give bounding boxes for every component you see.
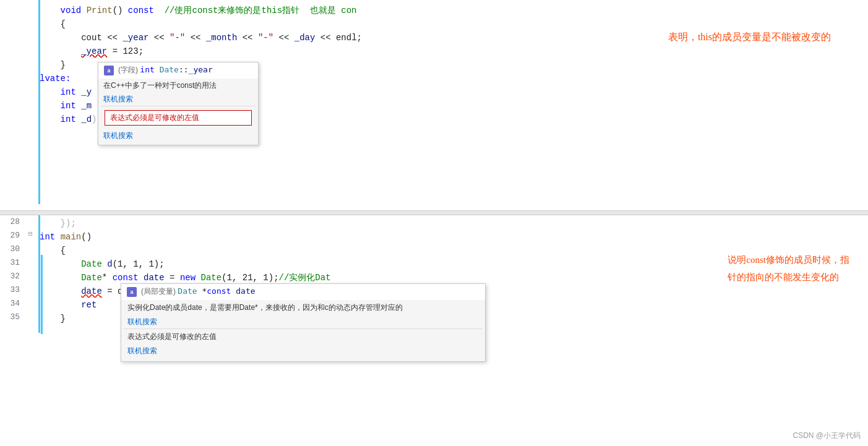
tooltip-item-field[interactable]: a (字段) int Date::_year [98, 62, 258, 79]
autocomplete-tooltip-top[interactable]: a (字段) int Date::_year 在C++中多了一种对于const的… [98, 62, 259, 145]
line-number-32: 32 [0, 271, 25, 281]
local-var-icon: a [126, 286, 137, 298]
online-search-link1[interactable]: 联机搜索 [103, 95, 133, 103]
field-icon: a [103, 65, 114, 76]
top-right-annotation: 表明，this的成员变量是不能被改变的 [668, 31, 831, 44]
tooltip-description1: 在C++中多了一种对于const的用法 [98, 79, 258, 93]
online-search-link2[interactable]: 联机搜索 [103, 131, 133, 140]
line-number [0, 72, 25, 72]
tooltip-error-wrapper: 表达式必须是可修改的左值 [98, 106, 258, 129]
code-line-29: 29 ⊟ int main() [0, 230, 868, 244]
line-content: { [37, 17, 868, 31]
line-number-34: 34 [0, 298, 25, 308]
tooltip-item-text: (字段) int Date::_year [118, 65, 253, 75]
line-number [0, 31, 25, 32]
bottom-right-annotation: 说明const修饰的成员时候，指 针的指向的不能发生变化的 [728, 251, 849, 286]
line-number-29: 29 [0, 230, 25, 240]
autocomplete-tooltip-bottom[interactable]: a (局部变量) Date *const date 实例化Date的成员date… [121, 283, 486, 362]
line-number-33: 33 [0, 285, 25, 294]
line-number-28: 28 [0, 217, 25, 226]
online-search-link-bottom1[interactable]: 联机搜索 [127, 317, 157, 326]
line-number [0, 113, 25, 113]
tooltip-bottom-error-text: 表达式必须是可修改的左值 [121, 329, 485, 345]
annotation-line1: 说明const修饰的成员时候，指 [728, 251, 849, 268]
line-content: void Print() const //使用const来修饰的是this指针 … [37, 4, 868, 17]
line-number-30: 30 [0, 244, 25, 254]
line-content-28: }); [37, 217, 868, 230]
code-line-28: 28 }); [0, 217, 868, 230]
line-number [0, 58, 25, 59]
line-number-31: 31 [0, 257, 25, 267]
line-number-35: 35 [0, 312, 25, 322]
tooltip-bottom-link2[interactable]: 联机搜索 [121, 345, 485, 361]
line-number [0, 99, 25, 100]
online-search-link-bottom2[interactable]: 联机搜索 [127, 346, 157, 355]
tooltip-bottom-item-text: (局部变量) Date *const date [141, 286, 480, 297]
line-number [0, 4, 25, 4]
line-number [0, 17, 25, 18]
csdn-watermark: CSDN @小王学代码 [793, 431, 861, 441]
line-number [0, 85, 25, 86]
line-content: _year = 123; [37, 45, 868, 58]
section-divider [0, 210, 868, 215]
tooltip-bottom-item[interactable]: a (局部变量) Date *const date [121, 284, 485, 300]
code-line-brace1: { [0, 17, 868, 31]
tooltip-link2-wrapper[interactable]: 联机搜索 [98, 129, 258, 145]
code-line-void: void Print() const //使用const来修饰的是this指针 … [0, 1, 868, 17]
line-number [0, 45, 25, 45]
tooltip-bottom-link1[interactable]: 联机搜索 [121, 315, 485, 328]
tooltip-bottom-description1: 实例化Date的成员date，是需要用Date*，来接收的，因为和c的动态内存管… [121, 300, 485, 315]
code-line-year-assign: _year = 123; [0, 45, 868, 58]
annotation-line2: 针的指向的不能发生变化的 [728, 268, 849, 286]
tooltip-link1[interactable]: 联机搜索 [98, 93, 258, 106]
line-content-29: int main() [37, 230, 868, 244]
collapse-29[interactable]: ⊟ [28, 230, 37, 238]
bottom-section: 28 }); 29 ⊟ int main() 30 { 31 Date d(1 [0, 215, 868, 325]
tooltip-error-box: 表达式必须是可修改的左值 [105, 110, 252, 126]
